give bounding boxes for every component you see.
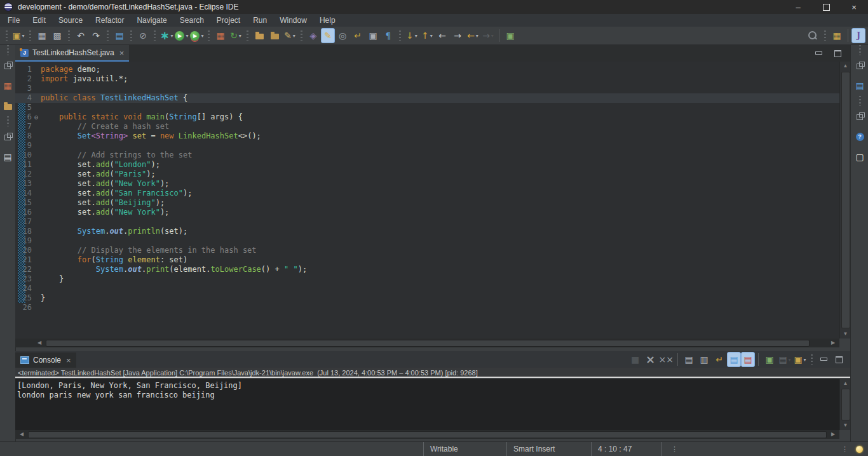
code-editor[interactable]: 1package demo;2import java.util.*;34publ… — [15, 62, 839, 339]
scroll-left-icon[interactable]: ◀ — [34, 339, 44, 347]
console-horizontal-scrollbar[interactable]: ◀ ▶ — [15, 430, 839, 439]
scroll-right-icon[interactable]: ▶ — [828, 430, 838, 439]
internal-browser-button[interactable]: ▢ — [852, 149, 867, 164]
pin-editor-button[interactable]: ▣ — [503, 28, 518, 43]
save-all-button[interactable]: ▩ — [50, 28, 65, 43]
new-java-project-button[interactable]: ▦ — [213, 28, 228, 43]
remove-launch-button[interactable]: × — [643, 352, 658, 367]
undo-button[interactable]: ↶ — [73, 28, 88, 43]
editor-hscroll-thumb[interactable] — [46, 340, 810, 347]
code-area[interactable]: 1package demo;2import java.util.*;34publ… — [15, 62, 839, 312]
java-perspective-button[interactable]: J — [851, 28, 865, 43]
fold-collapse-icon[interactable]: ⊖ — [32, 112, 41, 122]
run-button[interactable]: ▶▾ — [174, 28, 189, 43]
show-stdout-when-changed-button[interactable]: ▤ — [727, 352, 741, 367]
scroll-up-icon[interactable]: ▲ — [840, 379, 851, 388]
tab-console[interactable]: Console × — [15, 352, 76, 368]
editor-horizontal-scrollbar[interactable]: ◀ ▶ — [15, 339, 839, 347]
console-vertical-scrollbar[interactable]: ▲ ▼ — [839, 379, 850, 430]
annotation-pen-button[interactable]: ✎▾ — [282, 28, 297, 43]
restore-right-panel-button[interactable] — [852, 58, 867, 73]
code-line[interactable]: 4public class TestLinkedHashSet { — [15, 93, 839, 103]
tab-testlinkedhashset[interactable]: J TestLinkedHashSet.java × — [15, 45, 129, 62]
close-tab-icon[interactable]: × — [119, 49, 125, 57]
code-line[interactable]: 1package demo; — [15, 65, 839, 74]
menu-run[interactable]: Run — [247, 14, 273, 27]
menu-window[interactable]: Window — [273, 14, 313, 27]
scroll-lock-button[interactable]: ▥ — [696, 352, 712, 367]
menu-project[interactable]: Project — [210, 14, 247, 27]
show-source-button[interactable]: ↵ — [350, 28, 365, 43]
show-selected-element-button[interactable]: ▣ — [365, 28, 381, 43]
last-edit-location-button[interactable]: ← — [435, 28, 450, 43]
code-line[interactable]: 5 — [15, 103, 839, 112]
maximize-editor-button[interactable] — [830, 46, 845, 61]
code-line[interactable]: 7 // Create a hash set — [15, 122, 839, 131]
menu-source[interactable]: Source — [52, 14, 89, 27]
caret-position-status[interactable]: 4 : 10 : 47 — [591, 442, 662, 456]
type-hierarchy-button[interactable]: ▦ — [0, 78, 15, 93]
code-line[interactable]: 21 for(String element: set) — [15, 255, 839, 265]
open-perspective-button[interactable]: ▦ — [829, 28, 844, 43]
minimize-console-button[interactable] — [816, 352, 831, 367]
skip-all-breakpoints-button[interactable]: ⊘ — [135, 28, 151, 43]
scroll-left-icon[interactable]: ◀ — [17, 430, 27, 439]
insert-mode-status[interactable]: Smart Insert — [506, 442, 591, 456]
code-line[interactable]: 10 // Add strings to the set — [15, 151, 839, 160]
mark-occurrences-button[interactable]: ✎ — [321, 28, 335, 43]
search-button[interactable] — [806, 28, 821, 43]
menu-file[interactable]: File — [1, 14, 26, 27]
close-console-tab-icon[interactable]: × — [66, 356, 71, 365]
export-button[interactable] — [267, 28, 282, 43]
lightbulb-icon[interactable] — [856, 446, 863, 453]
code-line[interactable]: 24 — [15, 284, 839, 293]
next-edit-location-button[interactable]: → — [450, 28, 465, 43]
remove-all-terminated-button[interactable]: ×× — [658, 352, 674, 367]
scroll-down-icon[interactable]: ▼ — [840, 330, 851, 339]
menu-help[interactable]: Help — [313, 14, 342, 27]
show-stderr-when-changed-button[interactable]: ▤ — [741, 352, 755, 367]
code-line[interactable]: 2import java.util.*; — [15, 74, 839, 84]
task-list-button[interactable]: ▤ — [852, 78, 867, 93]
restore-left-panel-button[interactable] — [0, 58, 15, 73]
redo-button[interactable]: ↷ — [88, 28, 104, 43]
clear-console-button[interactable]: ▤ — [681, 352, 696, 367]
outline-button[interactable]: ▤ — [0, 149, 15, 164]
restore-right-panel2-button[interactable] — [852, 109, 867, 124]
new-wizard-button[interactable]: ▣▾ — [11, 28, 26, 43]
editor-vertical-scrollbar[interactable]: ▲ ▼ — [839, 62, 850, 339]
code-line[interactable]: 8 Set<String> set = new LinkedHashSet<>(… — [15, 131, 839, 141]
code-line[interactable]: 12 set.add("Paris"); — [15, 170, 839, 179]
menu-edit[interactable]: Edit — [26, 14, 52, 27]
word-wrap-button[interactable]: ↵ — [712, 352, 727, 367]
save-button[interactable]: ▦ — [34, 28, 50, 43]
code-line[interactable]: 23 } — [15, 274, 839, 284]
show-whitespace-button[interactable]: ¶ — [381, 28, 396, 43]
close-window-button[interactable]: × — [840, 0, 868, 14]
menu-navigate[interactable]: Navigate — [130, 14, 173, 27]
coverage-button[interactable]: ▶▾ — [189, 28, 205, 43]
minimize-editor-button[interactable] — [811, 46, 826, 61]
code-line[interactable]: 20 // Display the elements in the hash s… — [15, 246, 839, 255]
scroll-up-icon[interactable]: ▲ — [840, 62, 851, 70]
menu-search[interactable]: Search — [173, 14, 210, 27]
code-line[interactable]: 15 set.add("Beijing"); — [15, 198, 839, 208]
code-line[interactable]: 26 — [15, 303, 839, 312]
code-line[interactable]: 22 System.out.print(element.toLowerCase(… — [15, 265, 839, 274]
terminate-button[interactable]: ■ — [628, 352, 643, 367]
code-line[interactable]: 14 set.add("San Francisco"); — [15, 189, 839, 198]
code-line[interactable]: 19 — [15, 236, 839, 246]
code-line[interactable]: 6⊖ public static void main(String[] args… — [15, 112, 839, 122]
open-console-dropdown-button[interactable]: ▣▾ — [792, 352, 808, 367]
open-task-button[interactable]: ◈ — [306, 28, 321, 43]
code-line[interactable]: 11 set.add("London"); — [15, 160, 839, 170]
package-explorer-button[interactable] — [0, 98, 15, 114]
code-line[interactable]: 13 set.add("New York"); — [15, 179, 839, 189]
pin-console-button[interactable]: ▣ — [762, 352, 777, 367]
console-hscroll-thumb[interactable] — [28, 431, 827, 438]
menu-refactor[interactable]: Refactor — [89, 14, 130, 27]
minimize-window-button[interactable]: – — [784, 0, 812, 14]
debug-button[interactable]: ∗▾ — [159, 28, 174, 43]
back-button[interactable]: ←▾ — [465, 28, 480, 43]
code-line[interactable]: 18 System.out.println(set); — [15, 227, 839, 236]
